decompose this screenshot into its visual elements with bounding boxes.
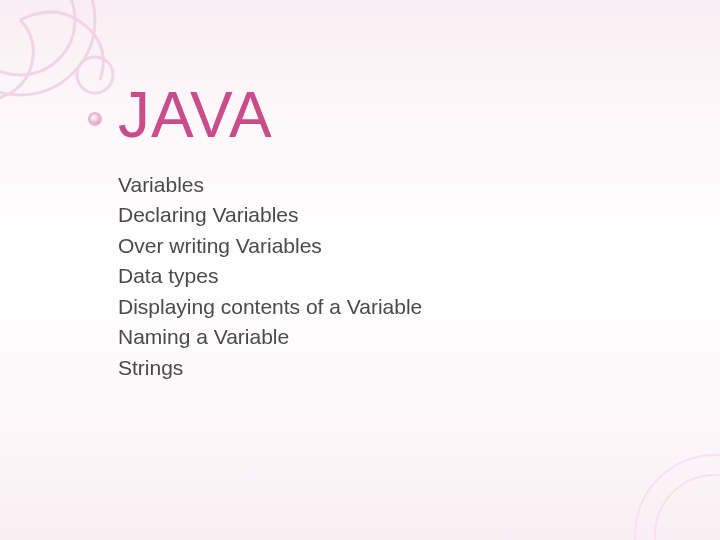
svg-point-3 [635,455,720,540]
list-item: Naming a Variable [118,322,422,352]
list-item: Data types [118,261,422,291]
corner-br-decoration [615,435,720,540]
svg-point-1 [0,0,75,75]
list-item: Strings [118,353,422,383]
svg-point-4 [655,475,720,540]
svg-point-2 [77,57,113,93]
list-item: Displaying contents of a Variable [118,292,422,322]
bullet-circle-decoration [88,112,102,126]
corner-curve-icon [615,435,720,540]
list-item: Over writing Variables [118,231,422,261]
list-item: Declaring Variables [118,200,422,230]
list-item: Variables [118,170,422,200]
topic-list: Variables Declaring Variables Over writi… [118,170,422,383]
slide-title: JAVA [118,78,422,152]
svg-point-0 [0,0,95,95]
slide-content: JAVA Variables Declaring Variables Over … [118,78,422,383]
